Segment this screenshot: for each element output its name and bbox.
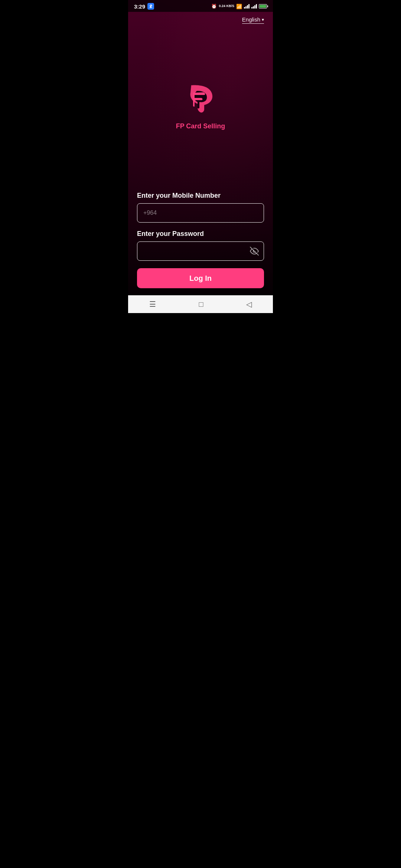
login-form: Enter your Mobile Number Enter your Pass… — [137, 192, 264, 312]
nav-bar: ☰ □ ◁ — [128, 295, 273, 313]
eye-off-icon — [250, 247, 259, 256]
language-selector[interactable]: English ▾ — [242, 16, 264, 24]
password-input[interactable] — [137, 241, 264, 261]
mobile-input-wrapper — [137, 203, 264, 223]
battery-icon — [259, 4, 267, 9]
password-input-wrapper — [137, 241, 264, 261]
status-right: ⏰ 0.24 KB/S 📶 — [211, 4, 267, 9]
home-nav-icon[interactable]: □ — [191, 297, 211, 312]
signal-bars-1 — [244, 4, 250, 9]
mobile-label: Enter your Mobile Number — [137, 192, 264, 200]
language-bar: English ▾ — [137, 12, 264, 24]
wifi-icon: 📶 — [236, 4, 242, 9]
app-logo-icon — [180, 80, 221, 117]
chevron-down-icon: ▾ — [262, 17, 264, 22]
status-left: 3:29 — [134, 3, 154, 10]
alarm-icon: ⏰ — [211, 4, 217, 9]
signal-bars-2 — [251, 4, 257, 9]
app-name: FP Card Selling — [176, 122, 225, 130]
toggle-password-visibility-button[interactable] — [250, 247, 259, 256]
logo-container — [178, 78, 223, 119]
back-nav-icon[interactable]: ◁ — [239, 297, 259, 312]
mobile-input[interactable] — [137, 203, 264, 223]
menu-nav-icon[interactable]: ☰ — [142, 297, 163, 312]
battery-fill — [260, 5, 266, 8]
network-speed: 0.24 KB/S — [219, 4, 234, 8]
main-content: English ▾ FP Card Selling Enter your M — [128, 12, 273, 312]
bluetooth-icon — [147, 3, 154, 10]
login-button[interactable]: Log In — [137, 268, 264, 288]
status-time: 3:29 — [134, 3, 145, 10]
status-bar: 3:29 ⏰ 0.24 KB/S 📶 — [128, 0, 273, 12]
password-label: Enter your Password — [137, 230, 264, 238]
logo-section: FP Card Selling — [137, 24, 264, 192]
language-label: English — [242, 16, 260, 23]
